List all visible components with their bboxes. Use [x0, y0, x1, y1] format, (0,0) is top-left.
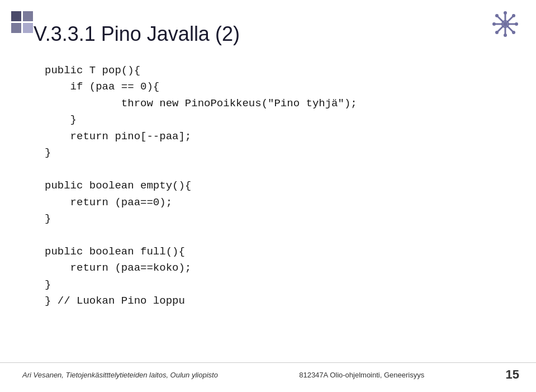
code-line-3: throw new PinoPoikkeus("Pino tyhjä");: [45, 96, 502, 112]
code-line-4: }: [45, 112, 502, 128]
code-line-10: }: [45, 211, 502, 227]
footer: Ari Vesanen, Tietojenkäsitttelytieteiden…: [0, 362, 536, 382]
code-line-15: } // Luokan Pino loppu: [45, 293, 502, 309]
code-line-9: return (paa==0);: [45, 195, 502, 211]
svg-point-7: [492, 22, 496, 26]
square-1: [11, 11, 21, 21]
code-block: public T pop(){ if (paa == 0){ throw new…: [45, 63, 502, 310]
decoration-icon: [491, 10, 519, 38]
decoration-squares: [11, 11, 33, 33]
code-line-8: public boolean empty(){: [45, 178, 502, 194]
code-line-1: public T pop(){: [45, 63, 502, 79]
slide: V.3.3.1 Pino Javalla (2) public T pop(){…: [0, 0, 536, 392]
svg-point-10: [512, 31, 515, 34]
code-line-7: [45, 162, 502, 178]
code-line-2: if (paa == 0){: [45, 79, 502, 95]
svg-point-12: [495, 31, 499, 34]
code-line-5: return pino[--paa];: [45, 129, 502, 145]
code-line-12: public boolean full(){: [45, 244, 502, 260]
code-line-13: return (paa==koko);: [45, 260, 502, 276]
footer-course: 812347A Olio-ohjelmointi, Geneerisyys: [299, 371, 424, 379]
code-line-11: [45, 227, 502, 243]
svg-point-9: [495, 14, 499, 17]
svg-point-5: [504, 11, 507, 15]
code-line-6: }: [45, 145, 502, 161]
footer-author: Ari Vesanen, Tietojenkäsitttelytieteiden…: [22, 371, 218, 379]
slide-title: V.3.3.1 Pino Javalla (2): [34, 22, 502, 46]
square-3: [11, 23, 21, 33]
code-line-14: }: [45, 277, 502, 293]
footer-page: 15: [506, 367, 519, 382]
square-4: [23, 23, 33, 33]
svg-point-8: [515, 22, 518, 26]
square-2: [23, 11, 33, 21]
svg-point-11: [512, 14, 515, 17]
svg-point-6: [504, 34, 507, 37]
